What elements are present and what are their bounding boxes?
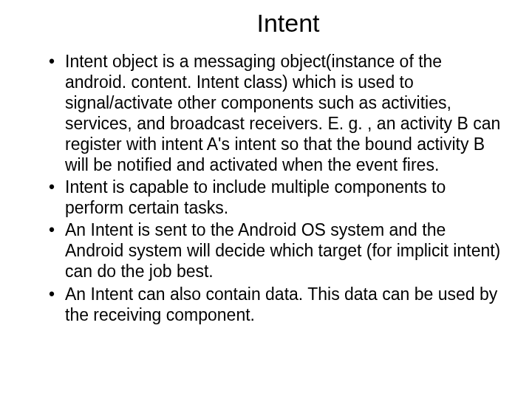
list-item: Intent is capable to include multiple co… <box>49 177 502 218</box>
list-item: An Intent is sent to the Android OS syst… <box>49 219 502 282</box>
list-item: Intent object is a messaging object(inst… <box>49 51 502 175</box>
slide-title: Intent <box>74 9 502 38</box>
bullet-list: Intent object is a messaging object(inst… <box>30 51 502 325</box>
slide-container: Intent Intent object is a messaging obje… <box>0 0 532 399</box>
list-item: An Intent can also contain data. This da… <box>49 284 502 325</box>
